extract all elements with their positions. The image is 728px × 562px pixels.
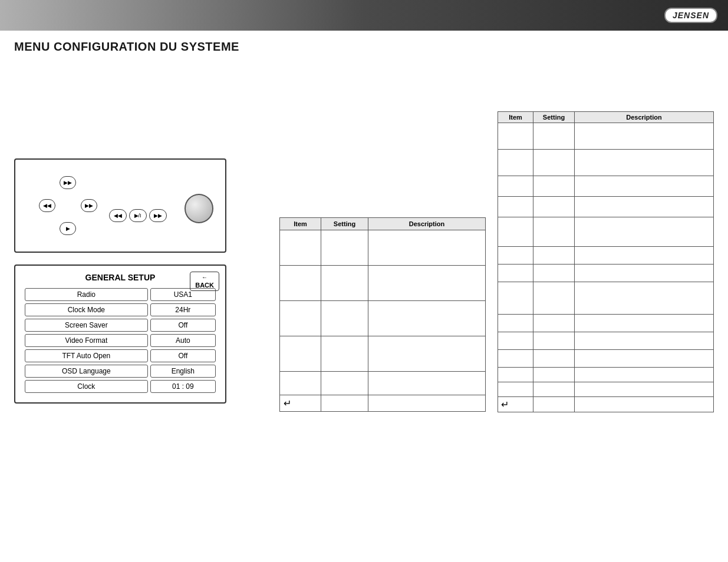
table-row [498, 150, 714, 176]
dpad-right-button[interactable]: ▶▶ [81, 199, 97, 212]
general-setup-row: OSD LanguageEnglish [25, 365, 216, 378]
general-setup-panel: GENERAL SETUP ← BACK RadioUSA1Clock Mode… [14, 265, 226, 404]
table-row [498, 382, 714, 397]
mid-desc-cell [368, 301, 486, 336]
mid-item-cell [280, 301, 321, 336]
right-item-cell [498, 176, 533, 197]
prev-button[interactable]: ◀◀ [109, 209, 127, 222]
knob[interactable] [185, 194, 213, 223]
left-column: ▶▶ ◀◀ ▶▶ ▶ ◀◀ ▶/I ▶▶ GENERAL SETUP ← BAC… [14, 64, 268, 412]
general-setup-row: Clock01 : 09 [25, 380, 216, 393]
play-pause-button[interactable]: ▶/I [129, 209, 147, 222]
media-buttons: ◀◀ ▶/I ▶▶ [109, 209, 167, 222]
mid-table: Item Setting Description [279, 217, 486, 412]
table-row [280, 266, 486, 301]
mid-table-body: ↵ [280, 230, 486, 412]
right-setting-cell [533, 382, 575, 397]
right-item-cell [498, 265, 533, 282]
right-back-cell: ↵ [498, 397, 533, 412]
gs-row-value[interactable]: 01 : 09 [150, 380, 216, 393]
right-setting-cell [533, 150, 575, 176]
mid-desc-cell [368, 230, 486, 266]
right-desc-cell [575, 368, 714, 382]
right-setting-cell [533, 197, 575, 217]
mid-desc-cell [368, 266, 486, 301]
right-desc-cell [575, 197, 714, 217]
right-table-header-desc: Description [575, 112, 714, 123]
mid-back-cell: ↵ [280, 395, 321, 412]
dpad-up-button[interactable]: ▶▶ [60, 176, 76, 189]
table-row [498, 315, 714, 332]
mid-setting-cell [321, 266, 368, 301]
right-table: Item Setting Description [498, 111, 714, 412]
right-setting-cell [533, 282, 575, 315]
table-row [498, 350, 714, 368]
mid-item-cell [280, 266, 321, 301]
right-desc-cell [575, 382, 714, 397]
mid-desc-cell [368, 372, 486, 395]
general-setup-row: Video FormatAuto [25, 334, 216, 347]
right-desc-cell [575, 176, 714, 197]
right-table-body: ↵ [498, 123, 714, 412]
mid-desc-cell [368, 395, 486, 412]
right-setting-cell [533, 176, 575, 197]
general-setup-title: GENERAL SETUP [25, 273, 216, 282]
page-title: MENU CONFIGURATION DU SYSTEME [14, 40, 728, 54]
table-row [498, 265, 714, 282]
general-setup-row: Screen SaverOff [25, 319, 216, 332]
right-setting-cell [533, 368, 575, 382]
right-setting-cell [533, 350, 575, 368]
right-desc-cell [575, 282, 714, 315]
main-content: ▶▶ ◀◀ ▶▶ ▶ ◀◀ ▶/I ▶▶ GENERAL SETUP ← BAC… [0, 64, 728, 412]
gs-row-value[interactable]: English [150, 365, 216, 378]
right-table-header-setting: Setting [533, 112, 575, 123]
table-row-back: ↵ [498, 397, 714, 412]
dpad-left-button[interactable]: ◀◀ [39, 199, 55, 212]
gs-row-value[interactable]: Off [150, 319, 216, 332]
mid-setting-cell [321, 336, 368, 372]
table-row [498, 332, 714, 350]
table-row [280, 336, 486, 372]
right-desc-cell [575, 217, 714, 247]
general-setup-row: TFT Auto OpenOff [25, 349, 216, 362]
mid-item-cell [280, 230, 321, 266]
right-item-cell [498, 332, 533, 350]
table-row [498, 123, 714, 150]
right-desc-cell [575, 315, 714, 332]
right-desc-cell [575, 332, 714, 350]
right-item-cell [498, 150, 533, 176]
jensen-logo: JENSEN [664, 8, 717, 23]
right-setting-cell [533, 397, 575, 412]
right-setting-cell [533, 315, 575, 332]
mid-table-header-desc: Description [368, 218, 486, 230]
table-row [280, 372, 486, 395]
mid-table-header-item: Item [280, 218, 321, 230]
table-row [498, 282, 714, 315]
right-item-cell [498, 368, 533, 382]
gs-row-label: Screen Saver [25, 319, 148, 332]
gs-row-value[interactable]: Auto [150, 334, 216, 347]
next-button[interactable]: ▶▶ [149, 209, 167, 222]
dpad-down-button[interactable]: ▶ [60, 222, 76, 235]
gs-row-label: Clock Mode [25, 303, 148, 316]
right-setting-cell [533, 247, 575, 265]
right-item-cell [498, 217, 533, 247]
right-item-cell [498, 350, 533, 368]
table-row-back: ↵ [280, 395, 486, 412]
right-item-cell [498, 247, 533, 265]
table-row [280, 230, 486, 266]
right-desc-cell [575, 123, 714, 150]
back-arrow-icon: ← [195, 273, 214, 281]
gs-row-value[interactable]: Off [150, 349, 216, 362]
right-desc-cell [575, 350, 714, 368]
back-button[interactable]: ← BACK [190, 272, 219, 291]
right-setting-cell [533, 332, 575, 350]
right-item-cell [498, 282, 533, 315]
right-desc-cell [575, 247, 714, 265]
mid-table-header-setting: Setting [321, 218, 368, 230]
right-setting-cell [533, 217, 575, 247]
mid-setting-cell [321, 230, 368, 266]
gs-row-label: Radio [25, 288, 148, 301]
gs-row-value[interactable]: 24Hr [150, 303, 216, 316]
right-desc-cell [575, 265, 714, 282]
